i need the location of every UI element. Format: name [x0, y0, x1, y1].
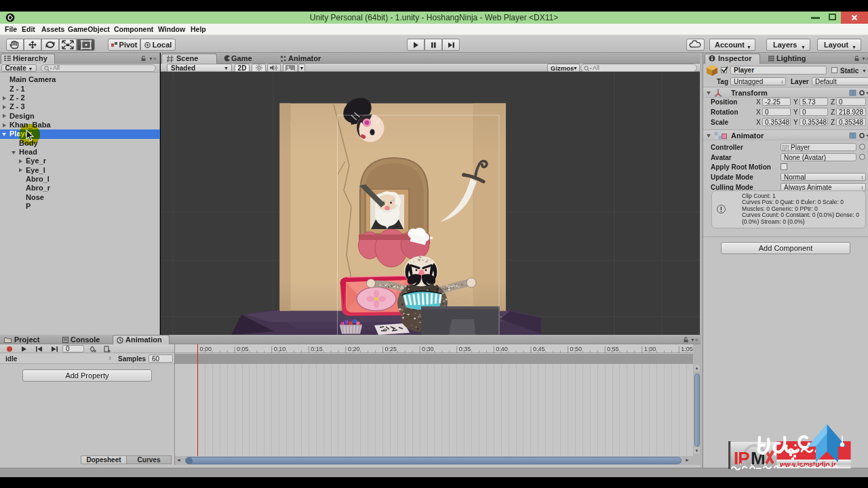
- svg-text:0:00: 0:00: [200, 346, 212, 352]
- svg-text:0:25: 0:25: [385, 346, 397, 352]
- svg-text:0:55: 0:55: [607, 346, 619, 352]
- svg-text:0:40: 0:40: [496, 346, 508, 352]
- svg-text:IP: IP: [734, 448, 749, 468]
- svg-text:0:05: 0:05: [237, 346, 249, 352]
- svg-text:1:05: 1:05: [681, 346, 693, 352]
- svg-text:0:20: 0:20: [348, 346, 360, 352]
- svg-text:0:10: 0:10: [274, 346, 286, 352]
- svg-text:0:30: 0:30: [422, 346, 434, 352]
- svg-text:1:00: 1:00: [644, 346, 656, 352]
- svg-text:0:45: 0:45: [533, 346, 545, 352]
- svg-text:0:15: 0:15: [311, 346, 323, 352]
- svg-text:0:50: 0:50: [570, 346, 583, 352]
- svg-text:0:35: 0:35: [459, 346, 471, 352]
